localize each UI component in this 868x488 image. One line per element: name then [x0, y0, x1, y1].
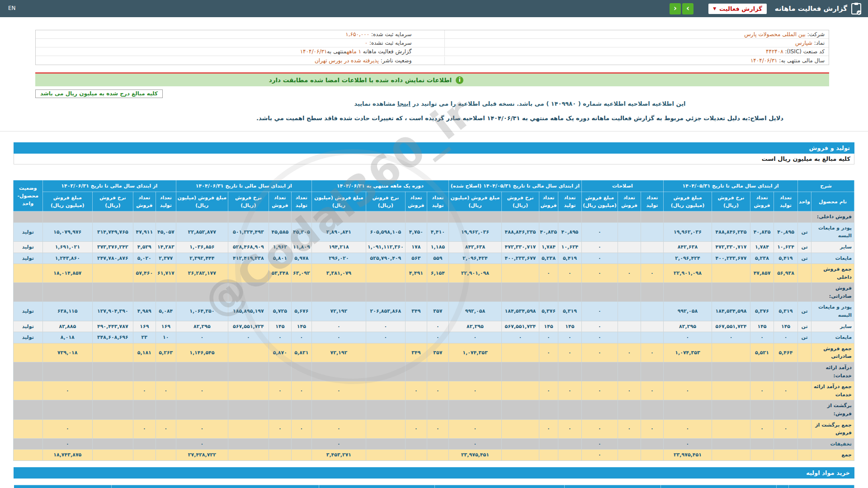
cell-value: ۱,۶۹۱,۰۲۱ — [55, 244, 80, 250]
sub-column-header: مبلغ فروش (میلیون ریال) — [448, 192, 501, 211]
table-cell: ۱,۰۳۶,۸۵۶ — [176, 241, 228, 253]
cell-value: تن — [801, 255, 807, 261]
sub-column-header: تعداد فروش — [269, 192, 291, 211]
table-cell: ۶۳,۰۹۲ — [291, 264, 311, 283]
table-cell — [641, 450, 663, 461]
cell-value: ۱,۰۶۴,۲۵۰ — [189, 308, 214, 314]
correction-reference-line: این اطلاعیه اصلاحیه اطلاعیه شماره ( ۱۴۰۹… — [172, 100, 868, 107]
info-row: نماد: شپارسسرمایه ثبت نشده: ۰ — [36, 39, 829, 47]
cell-value: ۵,۵۲۱ — [755, 350, 769, 356]
unit-cell — [798, 450, 811, 461]
table-cell: ۲۹۶,۰۲۰ — [311, 253, 366, 264]
table-cell: ۰ — [641, 381, 663, 400]
next-report-button[interactable]: › — [682, 3, 693, 14]
unit-cell: تن — [798, 241, 811, 253]
table-cell: ۱۴۵ — [539, 321, 558, 332]
table-cell — [581, 211, 618, 223]
table-cell: ۴۱۲,۴۱۹,۲۳۸ — [228, 253, 269, 264]
cell-value: ۵۶۷,۵۵۱,۷۲۴ — [505, 324, 536, 329]
cell-value: ۰ — [474, 426, 477, 432]
table-cell — [269, 438, 291, 450]
cell-value: ۱۹,۹۶۲,۰۳۶ — [461, 229, 489, 235]
sub-column-header: تعداد تولید — [291, 192, 311, 211]
cell-value: ۰ — [436, 426, 439, 432]
product-status-cell: تولید — [13, 302, 42, 321]
table-cell: ۵,۰۸۴ — [156, 302, 176, 321]
table-cell: ۰ — [176, 381, 228, 400]
previous-version-link[interactable]: اینجا — [397, 100, 410, 107]
cell-value: ۵,۳۷۶ — [755, 308, 769, 314]
table-cell — [712, 283, 750, 302]
cell-value: ۴,۴۱۰ — [431, 229, 445, 235]
table-cell: ۸۴۲,۶۳۸ — [448, 241, 501, 253]
cell-value: ۱۵,۰۷۹,۹۷۶ — [53, 229, 81, 235]
table-cell: ۰ — [618, 381, 641, 400]
table-cell: ۰ — [176, 419, 228, 438]
table-cell: ۴۸۸,۸۴۶,۲۳۵ — [501, 222, 539, 241]
table-cell: ۳۵۷ — [427, 343, 448, 362]
table-cell: ۲۲,۹۰۱,۰۹۸ — [448, 264, 501, 283]
cell-value: ۱۹,۹۶۲,۰۳۶ — [674, 229, 702, 235]
product-name: مایعات — [835, 255, 852, 261]
cell-value: ۶۱,۷۱۷ — [157, 270, 175, 276]
cell-value: ۰ — [547, 350, 550, 356]
table-cell — [311, 211, 366, 223]
table-cell: ۱,۷۸۴ — [750, 241, 774, 253]
info-cell-left: سرمایه ثبت شده: ۱,۶۵۰,۰۰۰ — [36, 30, 444, 38]
cell-value: ۶۳,۰۹۲ — [293, 270, 310, 276]
table-cell — [92, 419, 133, 438]
table-cell: ۱۴۵ — [269, 321, 291, 332]
cell-value: ۲۷,۴۲۸,۷۲۲ — [188, 452, 216, 458]
table-cell: ۰ — [311, 381, 366, 400]
table-cell — [228, 283, 269, 302]
sub-column-header: مبلغ فروش (میلیون ریال) — [581, 192, 618, 211]
cell-value: ۳۷۳,۳۷۶,۲۴۲ — [97, 244, 128, 250]
table-cell — [228, 419, 269, 438]
table-cell: ۰ — [539, 264, 558, 283]
sub-column-header: مبلغ فروش (میلیون ریال) — [663, 192, 712, 211]
table-cell — [405, 400, 427, 419]
table-cell: ۰ — [539, 332, 558, 343]
purchase-group-header: مواد اولیه خریداری شده از ابتدای دوره تا… — [111, 485, 319, 488]
table-row: جمع درآمد ارائه خدمات۰۰۰۰۰۰۰۰۰۰۰۰۰۰۰۰۰۰ — [13, 381, 854, 400]
cell-value: ۸۲,۲۹۵ — [467, 324, 484, 329]
table-cell: ۶۱,۷۱۷ — [156, 264, 176, 283]
purchase-group-header: ازابتدای سال مالی تا تاریخ ۱۴۰۴/۰۵/۳۱ (ا… — [435, 485, 565, 488]
page-title: گزارش فعالیت ماهانه — [775, 5, 847, 13]
cell-value: ۰ — [568, 388, 571, 394]
cell-value: ۰ — [278, 334, 282, 340]
table-cell — [176, 400, 228, 419]
sub-column-header: نرخ فروش (ریال) — [366, 192, 405, 211]
table-cell: ۰ — [558, 343, 581, 362]
cell-value: ۰ — [66, 441, 69, 447]
cell-value: ۳۴۹ — [411, 308, 420, 314]
top-navigation-bar: EN گزارش فعالیت ماهانه گزارش فعالیت ▼ › … — [0, 0, 868, 17]
unit-cell — [798, 400, 811, 419]
table-cell — [427, 211, 448, 223]
cell-value: ۵,۸۰۱ — [273, 255, 287, 261]
table-cell: ۹۹۲,۰۵۸ — [663, 302, 712, 321]
table-cell — [539, 450, 558, 461]
table-cell — [228, 211, 269, 223]
report-type-dropdown[interactable]: گزارش فعالیت ▼ — [708, 4, 767, 14]
table-cell: ۰ — [581, 241, 618, 253]
table-cell — [712, 211, 750, 223]
cell-value: ۰ — [547, 426, 550, 432]
language-switch-link[interactable]: EN — [8, 5, 16, 11]
table-cell — [269, 283, 291, 302]
cell-value: ۰ — [598, 441, 601, 447]
previous-report-button[interactable]: ‹ — [670, 3, 681, 14]
cell-value: ۱۰,۶۲۴ — [561, 244, 579, 250]
table-cell: ۳۴۹ — [405, 343, 427, 362]
table-cell — [427, 450, 448, 461]
unit-cell — [798, 381, 811, 400]
table-cell: ۴,۷۵۰ — [405, 222, 427, 241]
cell-value: ۰ — [686, 441, 689, 447]
cell-value: ۵,۴۱۹ — [563, 255, 577, 261]
cell-value: ۰ — [568, 350, 571, 356]
notice-text: اطلاعات نمایش داده شده با اطلاعات امضا ش… — [269, 76, 452, 84]
cell-value: تولید — [22, 334, 34, 340]
cell-value: ۰ — [686, 388, 689, 394]
cell-value: ۳۵۷ — [433, 350, 442, 356]
table-cell: ۰ — [311, 419, 366, 438]
